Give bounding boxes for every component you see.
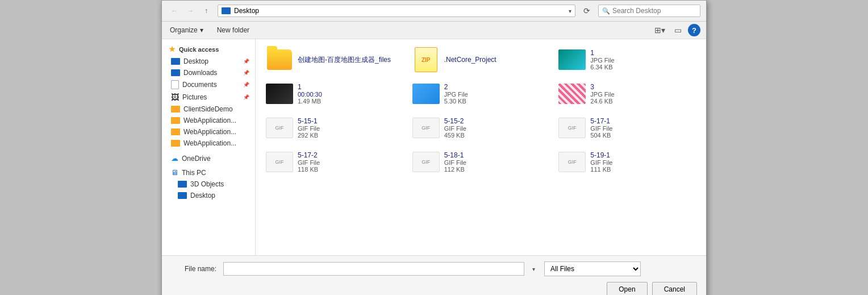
pin-icon: 📌	[243, 94, 249, 100]
bottom-area: File name: ▾ All Files Image Files Text …	[162, 255, 706, 295]
sidebar-item-desktop2[interactable]: Desktop	[162, 190, 255, 201]
address-bar[interactable]: Desktop ▾	[218, 5, 575, 17]
file-size: 24.6 KB	[590, 98, 614, 105]
filetype-select[interactable]: All Files Image Files Text Files	[544, 261, 641, 276]
titlebar: ← → ↑ Desktop ▾ ⟳ 🔍	[162, 1, 706, 22]
thispc-icon: 🖥	[171, 168, 178, 177]
file-info: 1 JPG File 6.34 KB	[590, 49, 614, 70]
file-size: 5.30 KB	[444, 98, 468, 105]
sidebar-item-webapp2[interactable]: WebApplication...	[162, 126, 255, 138]
file-name: 5-15-2	[444, 117, 466, 125]
sidebar-item-desktop[interactable]: Desktop 📌	[162, 56, 255, 67]
file-info: 1 00:00:30 1.49 MB	[298, 83, 322, 105]
quick-access-label: Quick access	[179, 46, 219, 53]
file-type: GIF File	[590, 125, 612, 132]
sidebar-item-downloads[interactable]: Downloads 📌	[162, 67, 255, 78]
view-button[interactable]: ⊞ ▾	[652, 24, 668, 36]
sidebar-item-label: WebApplication...	[183, 139, 236, 147]
file-thumbnail	[558, 46, 586, 73]
pin-icon: 📌	[243, 82, 249, 88]
file-name: 5-15-1	[298, 117, 320, 125]
file-name: 5-19-1	[590, 151, 612, 159]
sidebar-item-label: Desktop	[190, 192, 215, 200]
gif-thumb: GIF	[412, 152, 440, 172]
gif-thumb: GIF	[558, 118, 586, 138]
back-button[interactable]: ←	[168, 4, 181, 18]
file-thumbnail: GIF	[412, 148, 440, 176]
search-input[interactable]	[612, 7, 696, 15]
file-type: GIF File	[444, 125, 466, 132]
file-info: 3 JPG File 24.6 KB	[590, 83, 614, 105]
file-info: 5-19-1 GIF File 111 KB	[590, 151, 612, 173]
file-item[interactable]: GIF 5-18-1 GIF File 112 KB	[409, 146, 553, 178]
file-name: .NetCore_Project	[444, 56, 496, 64]
sidebar-item-documents[interactable]: Documents 📌	[162, 78, 255, 91]
file-item[interactable]: ZIP .NetCore_Project	[409, 44, 553, 76]
search-icon: 🔍	[602, 7, 610, 15]
folder-yellow-icon	[171, 106, 180, 113]
file-item[interactable]: 创建地图-百度地图生成器_files	[262, 44, 407, 76]
sidebar: ★ Quick access Desktop 📌 Downloads 📌 Doc…	[162, 39, 256, 255]
view-dropdown-icon: ▾	[661, 26, 665, 35]
quick-access-section: ★ Quick access	[162, 41, 255, 56]
organize-dropdown-icon: ▾	[200, 26, 203, 34]
sidebar-item-label: WebApplication...	[183, 117, 236, 124]
file-item[interactable]: GIF 5-15-2 GIF File 459 KB	[409, 112, 553, 144]
file-thumbnail: GIF	[266, 148, 293, 176]
forward-button[interactable]: →	[183, 4, 197, 18]
sidebar-item-thispc[interactable]: 🖥 This PC	[162, 167, 255, 178]
file-name: 1	[298, 83, 322, 91]
view-pane-button[interactable]: ▭	[671, 24, 685, 36]
content-area: ★ Quick access Desktop 📌 Downloads 📌 Doc…	[162, 39, 706, 255]
downloads-folder-icon	[171, 69, 180, 76]
gif-thumb: GIF	[558, 152, 586, 172]
open-button[interactable]: Open	[607, 282, 647, 295]
file-name: 5-18-1	[444, 151, 466, 159]
sidebar-item-label: WebApplication...	[183, 128, 236, 136]
help-button[interactable]: ?	[688, 24, 700, 36]
file-size: 111 KB	[590, 166, 612, 173]
folder-yellow-icon	[171, 140, 180, 147]
file-thumbnail	[558, 80, 586, 107]
sidebar-item-label: Desktop	[183, 57, 208, 65]
file-item[interactable]: 3 JPG File 24.6 KB	[555, 78, 699, 110]
file-type: GIF File	[590, 159, 612, 166]
file-info: 5-17-2 GIF File 118 KB	[298, 151, 320, 173]
search-bar: 🔍	[598, 5, 700, 17]
file-item[interactable]: GIF 5-15-1 GIF File 292 KB	[262, 112, 407, 144]
sidebar-item-pictures[interactable]: 🖼 Pictures 📌	[162, 91, 255, 103]
file-item[interactable]: GIF 5-17-2 GIF File 118 KB	[262, 146, 407, 178]
new-folder-button[interactable]: New folder	[215, 24, 252, 36]
organize-button[interactable]: Organize ▾	[168, 24, 206, 36]
gif-thumb: GIF	[412, 118, 440, 138]
file-name: 3	[590, 83, 614, 91]
file-size: 1.49 MB	[298, 98, 322, 105]
pane-icon: ▭	[674, 26, 682, 35]
file-item[interactable]: 1 00:00:30 1.49 MB	[262, 78, 407, 110]
refresh-button[interactable]: ⟳	[580, 4, 594, 18]
filename-input[interactable]	[223, 262, 524, 276]
sidebar-item-3dobjects[interactable]: 3D Objects	[162, 178, 255, 190]
sidebar-item-onedrive[interactable]: ☁ OneDrive	[162, 152, 255, 164]
cancel-button[interactable]: Cancel	[652, 282, 697, 295]
open-file-dialog: ← → ↑ Desktop ▾ ⟳ 🔍 Organize ▾ New folde…	[161, 0, 707, 295]
file-item[interactable]: 2 JPG File 5.30 KB	[409, 78, 553, 110]
file-item[interactable]: 1 JPG File 6.34 KB	[555, 44, 699, 76]
sidebar-item-clientside[interactable]: ClientSideDemo	[162, 103, 255, 115]
sidebar-item-webapp1[interactable]: WebApplication...	[162, 115, 255, 126]
file-info: 创建地图-百度地图生成器_files	[298, 55, 391, 65]
file-thumbnail	[412, 80, 440, 107]
file-item[interactable]: GIF 5-19-1 GIF File 111 KB	[555, 146, 699, 178]
file-thumbnail: GIF	[558, 114, 586, 142]
file-item[interactable]: GIF 5-17-1 GIF File 504 KB	[555, 112, 699, 144]
documents-icon	[171, 80, 179, 89]
up-button[interactable]: ↑	[199, 4, 213, 18]
sidebar-item-label: ClientSideDemo	[183, 105, 233, 113]
sidebar-item-webapp3[interactable]: WebApplication...	[162, 138, 255, 149]
bottom-buttons: Open Cancel	[171, 282, 697, 295]
pictures-icon: 🖼	[171, 93, 179, 102]
filename-dropdown-button[interactable]: ▾	[530, 264, 537, 275]
file-size: 6.34 KB	[590, 64, 614, 70]
sidebar-item-label: This PC	[182, 169, 206, 177]
address-dropdown-button[interactable]: ▾	[569, 8, 571, 14]
